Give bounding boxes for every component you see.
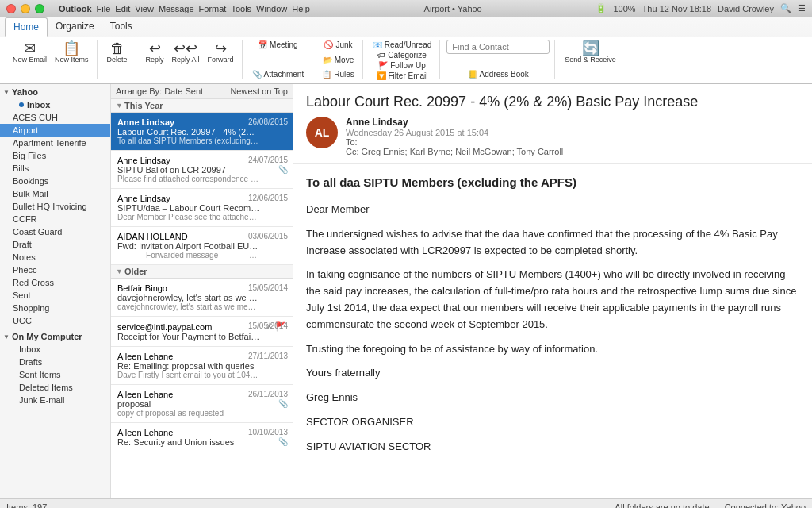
email-subject-1: Labour Court Rec. 20997 - 4% (2% & 2%... [117, 127, 260, 137]
sidebar-item-bills[interactable]: Bills [0, 162, 110, 175]
sidebar-item-sent-local[interactable]: Sent Items [0, 368, 110, 381]
reply-all-button[interactable]: ↩↩ Reply All [169, 40, 203, 65]
email-date-6: 15/05/2014 [248, 321, 288, 330]
email-date-2: 24/07/2015 [248, 156, 288, 164]
close-button[interactable] [6, 4, 16, 13]
reply-label: Reply [146, 56, 164, 64]
tab-tools[interactable]: Tools [102, 17, 140, 37]
menu-format[interactable]: Format [199, 4, 227, 13]
sidebar-item-label-phecc: Phecc [13, 265, 37, 275]
address-book-button[interactable]: 📒 Address Book [465, 69, 532, 79]
sidebar-item-ccfr[interactable]: CCFR [0, 213, 110, 225]
email-item-1[interactable]: Anne Lindsay Labour Court Rec. 20997 - 4… [111, 113, 293, 151]
battery-level: 100% [613, 4, 635, 13]
sidebar-local-label: On My Computer [12, 332, 82, 341]
sidebar: ▼ Yahoo Inbox ACES CUH Airport Apartment… [0, 84, 111, 498]
sidebar-item-phecc[interactable]: Phecc [0, 264, 110, 276]
find-contact-input[interactable] [446, 40, 550, 54]
menu-help[interactable]: Help [292, 4, 310, 13]
sidebar-item-deleted-local[interactable]: Deleted Items [0, 381, 110, 394]
email-item-4[interactable]: AIDAN HOLLAND Fwd: Invitation Airport Fo… [111, 227, 293, 265]
maximize-button[interactable] [35, 4, 44, 13]
email-date-8: 26/11/2013 [248, 390, 288, 398]
sidebar-item-label-notes: Notes [13, 252, 36, 262]
forward-button[interactable]: ↪ Forward [205, 40, 237, 65]
sidebar-item-notes[interactable]: Notes [0, 251, 110, 264]
move-button[interactable]: 📂 Move [320, 55, 357, 65]
tab-organize[interactable]: Organize [48, 17, 102, 37]
reading-pane: Labour Court Rec. 20997 - 4% (2% & 2%) B… [293, 84, 812, 498]
respond-buttons: ↩ Reply ↩↩ Reply All ↪ Forward [143, 40, 237, 65]
titlebar-title: Airport • Yahoo [310, 4, 596, 13]
menu-edit[interactable]: Edit [115, 4, 130, 13]
sidebar-item-airport[interactable]: Airport [0, 124, 110, 137]
follow-up-button[interactable]: 🚩 Follow Up [375, 60, 428, 71]
sidebar-item-aces-cuh[interactable]: ACES CUH [0, 111, 110, 124]
filter-email-button[interactable]: 🔽 Filter Email [373, 71, 431, 81]
order-label[interactable]: Newest on Top [230, 87, 288, 96]
meeting-button[interactable]: 📅 Meeting [255, 40, 301, 50]
sidebar-item-red-cross[interactable]: Red Cross [0, 276, 110, 289]
sidebar-item-label-apartment: Apartment Tenerife [13, 138, 86, 148]
email-list-header: Arrange By: Date Sent Newest on Top [111, 84, 293, 99]
new-items-label: New Items [55, 56, 89, 64]
email-item-6[interactable]: service@intl.paypal.com ✕ 🚩 Receipt for … [111, 317, 293, 347]
sidebar-section-local-header[interactable]: ▼ On My Computer [0, 330, 110, 343]
menu-icon[interactable]: ☰ [798, 3, 806, 13]
sidebar-item-inbox-local[interactable]: Inbox [0, 343, 110, 356]
send-receive-button[interactable]: 🔄 Send & Receive [561, 40, 619, 65]
send-receive-icon: 🔄 [582, 41, 599, 56]
body-para-3: In taking cognisance of the numbers of S… [306, 267, 799, 333]
new-items-button[interactable]: 📋 New Items [52, 40, 92, 65]
sidebar-item-coast-guard[interactable]: Coast Guard [0, 225, 110, 238]
email-subject-3: SIPTU/daa – Labour Court Recommendat... [117, 203, 260, 213]
sidebar-item-sent[interactable]: Sent [0, 289, 110, 302]
sidebar-item-bullet-hq[interactable]: Bullet HQ Invoicing [0, 200, 110, 213]
menu-view[interactable]: View [135, 4, 154, 13]
categorize-button[interactable]: 🏷 Categorize [374, 50, 429, 60]
delete-button[interactable]: 🗑 Delete [104, 40, 131, 65]
sidebar-item-draft[interactable]: Draft [0, 238, 110, 251]
email-preview-3: Dear Member Please see the attached Labo… [117, 213, 260, 221]
email-subject-5: davejohncrowley, let's start as we mean … [117, 293, 260, 302]
sidebar-item-bulk-mail[interactable]: Bulk Mail [0, 187, 110, 200]
sidebar-section-yahoo-header[interactable]: ▼ Yahoo [0, 86, 110, 98]
sidebar-item-drafts-local[interactable]: Drafts [0, 356, 110, 368]
reply-button[interactable]: ↩ Reply [143, 40, 167, 65]
menu-message[interactable]: Message [159, 4, 194, 13]
attachment-icon-8: 📎 [278, 399, 288, 408]
search-icon[interactable]: 🔍 [780, 3, 791, 13]
sidebar-item-label-bigfiles: Big Files [13, 151, 46, 160]
tab-home[interactable]: Home [5, 17, 48, 37]
reply-all-label: Reply All [172, 56, 200, 64]
new-email-button[interactable]: ✉ New Email [10, 40, 50, 65]
attachment-button[interactable]: 📎 Attachment [249, 69, 308, 79]
sidebar-item-apartment-tenerife[interactable]: Apartment Tenerife [0, 137, 110, 149]
new-items-icon: 📋 [63, 41, 80, 56]
email-item-2[interactable]: Anne Lindsay SIPTU Ballot on LCR 20997 P… [111, 151, 293, 189]
email-item-8[interactable]: Aileen Lehane proposal copy of proposal … [111, 385, 293, 423]
menu-tools[interactable]: Tools [231, 4, 251, 13]
app-name: Outlook [59, 4, 92, 13]
read-unread-button[interactable]: 📧 Read/Unread [370, 40, 435, 50]
sidebar-section-yahoo: ▼ Yahoo Inbox ACES CUH Airport Apartment… [0, 84, 110, 329]
menu-file[interactable]: File [97, 4, 111, 13]
email-item-5[interactable]: Betfair Bingo davejohncrowley, let's sta… [111, 279, 293, 317]
menu-window[interactable]: Window [256, 4, 287, 13]
sidebar-item-big-files[interactable]: Big Files [0, 149, 110, 162]
datetime: Thu 12 Nov 18:18 [642, 4, 711, 13]
email-preview-8: copy of proposal as requested [117, 409, 260, 418]
reading-to: To: [346, 137, 799, 147]
email-item-9[interactable]: Aileen Lehane Re: Security and Union iss… [111, 423, 293, 452]
sidebar-item-shopping[interactable]: Shopping [0, 302, 110, 314]
sort-label[interactable]: Arrange By: Date Sent [116, 87, 203, 96]
sidebar-item-bookings[interactable]: Bookings [0, 175, 110, 187]
minimize-button[interactable] [21, 4, 30, 13]
sidebar-item-ucc[interactable]: UCC [0, 314, 110, 327]
rules-button[interactable]: 📋 Rules [319, 69, 358, 79]
email-item-7[interactable]: Aileen Lehane Re: Emailing: proposal wit… [111, 347, 293, 385]
email-item-3[interactable]: Anne Lindsay SIPTU/daa – Labour Court Re… [111, 189, 293, 227]
sidebar-item-junk-local[interactable]: Junk E-mail [0, 394, 110, 406]
sidebar-item-inbox[interactable]: Inbox [0, 98, 110, 111]
junk-button[interactable]: 🚫 Junk [320, 40, 355, 50]
